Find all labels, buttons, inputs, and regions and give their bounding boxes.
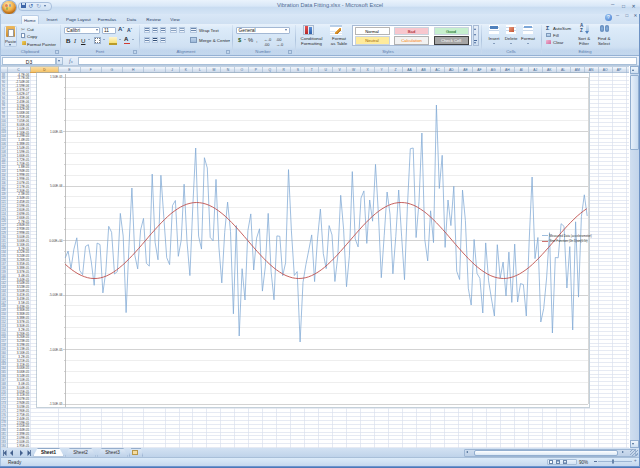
svg-text:130: 130 [1, 235, 6, 239]
svg-text:142: 142 [1, 281, 6, 285]
svg-text:158: 158 [1, 343, 6, 347]
svg-text:136: 136 [1, 258, 6, 262]
svg-text:175: 175 [1, 409, 6, 413]
svg-text:113: 113 [1, 169, 6, 173]
svg-text:150: 150 [1, 312, 6, 316]
svg-text:168: 168 [1, 382, 6, 386]
svg-text:121: 121 [1, 200, 6, 204]
svg-text:148: 148 [1, 304, 6, 308]
svg-text:133: 133 [1, 246, 6, 250]
svg-text:AP: AP [617, 68, 622, 72]
svg-text:AC: AC [435, 68, 440, 72]
svg-text:180: 180 [1, 428, 6, 432]
svg-text:115: 115 [1, 177, 6, 181]
svg-text:140: 140 [1, 274, 6, 278]
svg-text:119: 119 [1, 192, 6, 196]
svg-text:112: 112 [1, 165, 6, 169]
svg-text:176: 176 [1, 413, 6, 417]
svg-text:161: 161 [1, 355, 6, 359]
svg-text:L: L [199, 68, 201, 72]
svg-text:1.50E-05: 1.50E-05 [50, 75, 63, 79]
svg-text:105: 105 [1, 138, 6, 142]
svg-text:Sine Function (2e-5)sin(0.5t): Sine Function (2e-5)sin(0.5t) [550, 239, 588, 243]
svg-text:G: G [111, 68, 114, 72]
svg-text:AD: AD [449, 68, 454, 72]
svg-text:118: 118 [1, 188, 6, 192]
svg-text:-1.50E-05: -1.50E-05 [49, 402, 63, 406]
svg-text:160: 160 [1, 351, 6, 355]
svg-text:122: 122 [1, 204, 6, 208]
svg-text:137: 137 [1, 262, 6, 266]
svg-text:157: 157 [1, 339, 6, 343]
svg-text:102: 102 [1, 127, 6, 131]
svg-text:-5.00E-06: -5.00E-06 [49, 293, 63, 297]
svg-text:100: 100 [1, 119, 6, 123]
svg-text:116: 116 [1, 181, 6, 185]
svg-text:155: 155 [1, 332, 6, 336]
svg-text:156: 156 [1, 335, 6, 339]
svg-text:AH: AH [505, 68, 510, 72]
svg-text:Z: Z [395, 68, 397, 72]
svg-text:109: 109 [1, 154, 6, 158]
svg-text:AJ: AJ [533, 68, 537, 72]
svg-text:146: 146 [1, 297, 6, 301]
svg-text:145: 145 [1, 293, 6, 297]
svg-text:J: J [171, 68, 173, 72]
svg-text:110: 110 [1, 158, 6, 162]
svg-text:AG: AG [491, 68, 496, 72]
svg-text:181: 181 [1, 432, 6, 436]
svg-text:128: 128 [1, 227, 6, 231]
svg-text:AB: AB [421, 68, 426, 72]
svg-text:135: 135 [1, 254, 6, 258]
svg-text:178: 178 [1, 420, 6, 424]
svg-text:Measured Data (accelerometer): Measured Data (accelerometer) [550, 234, 592, 238]
svg-text:139: 139 [1, 270, 6, 274]
svg-text:153: 153 [1, 324, 6, 328]
svg-text:107: 107 [1, 146, 6, 150]
svg-text:124: 124 [1, 212, 6, 216]
svg-text:I: I [154, 68, 155, 72]
svg-text:177: 177 [1, 417, 6, 421]
svg-text:AI: AI [520, 68, 523, 72]
svg-text:106: 106 [1, 142, 6, 146]
svg-text:125: 125 [1, 216, 6, 220]
svg-text:117: 117 [1, 185, 6, 189]
svg-text:-1.00E-05: -1.00E-05 [49, 348, 63, 352]
svg-text:0.00E+00: 0.00E+00 [49, 239, 63, 243]
svg-text:M: M [212, 68, 215, 72]
svg-text:129: 129 [1, 231, 6, 235]
svg-text:149: 149 [1, 308, 6, 312]
svg-text:Q: Q [268, 68, 271, 72]
svg-text:131: 131 [1, 239, 6, 243]
svg-text:F: F [90, 68, 92, 72]
svg-text:AM: AM [575, 68, 580, 72]
svg-text:151: 151 [1, 316, 6, 320]
svg-text:111: 111 [2, 161, 6, 165]
svg-text:127: 127 [1, 223, 6, 227]
svg-text:1.00E-05: 1.00E-05 [50, 130, 63, 134]
svg-text:171: 171 [1, 393, 6, 397]
svg-text:147: 147 [1, 301, 6, 305]
svg-text:101: 101 [1, 123, 6, 127]
svg-text:126: 126 [1, 219, 6, 223]
svg-text:167: 167 [1, 378, 6, 382]
svg-text:108: 108 [1, 150, 6, 154]
svg-text:132: 132 [1, 243, 6, 247]
svg-text:144: 144 [1, 289, 6, 293]
svg-text:152: 152 [1, 320, 6, 324]
svg-text:AO: AO [603, 68, 608, 72]
svg-text:143: 143 [1, 285, 6, 289]
svg-text:O: O [241, 68, 244, 72]
svg-text:AE: AE [463, 68, 468, 72]
svg-text:154: 154 [1, 328, 6, 332]
svg-text:170: 170 [1, 390, 6, 394]
svg-text:164: 164 [1, 366, 6, 370]
svg-text:AK: AK [547, 68, 552, 72]
svg-text:114: 114 [1, 173, 6, 177]
svg-text:173: 173 [1, 401, 6, 405]
svg-text:AF: AF [477, 68, 481, 72]
svg-text:169: 169 [1, 386, 6, 390]
svg-text:183: 183 [1, 440, 6, 444]
svg-text:T: T [311, 68, 313, 72]
svg-text:162: 162 [1, 359, 6, 363]
